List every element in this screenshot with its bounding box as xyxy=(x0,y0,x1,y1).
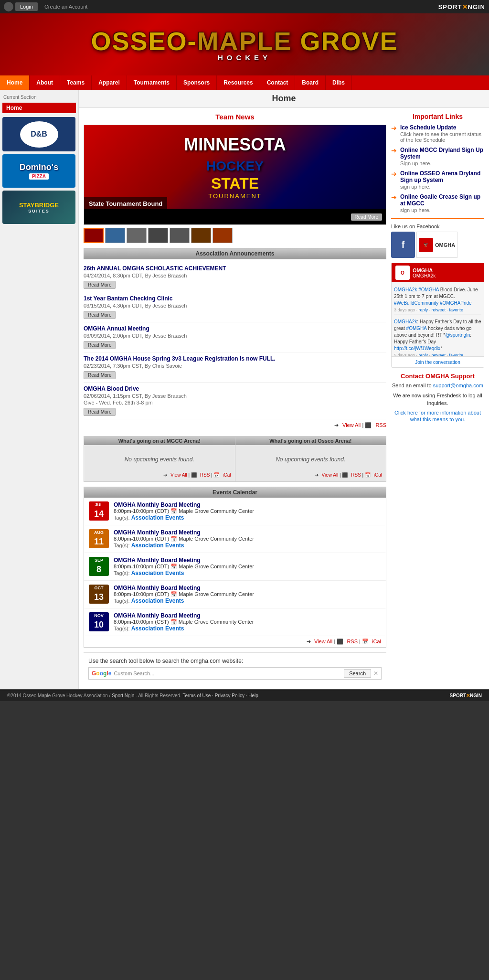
announcement-5-readmore[interactable]: Read More xyxy=(84,408,116,416)
nav-resources[interactable]: Resources xyxy=(217,75,260,90)
osseo-arena-footer: ➔ View All | ⬛ RSS | 📅 iCal xyxy=(239,472,383,478)
link-1-anchor[interactable]: Ice Schedule Update xyxy=(400,124,456,131)
event-5-link[interactable]: OMGHA Monthly Board Meeting xyxy=(114,612,201,619)
tweet-1-retweet[interactable]: retweet xyxy=(432,308,446,312)
osseo-arena-title: What's going on at Osseo Arena! xyxy=(235,437,386,445)
slideshow-readmore-button[interactable]: Read More xyxy=(351,213,382,221)
thumb-7[interactable] xyxy=(213,228,233,243)
search-button[interactable]: Search xyxy=(344,669,371,678)
announcement-5-extra: Give - Wed. Feb. 26th 3-8 pm xyxy=(84,400,386,405)
event-3-tag-link[interactable]: Association Events xyxy=(131,570,184,576)
mgcc-ical[interactable]: iCal xyxy=(223,472,231,478)
mgcc-arena-title: What's going on at MGCC Arena! xyxy=(84,437,235,445)
create-account-button[interactable]: Create an Account xyxy=(40,2,93,11)
event-5-tag-link[interactable]: Association Events xyxy=(131,625,184,632)
ad-dominos[interactable]: Domino's PIZZA xyxy=(2,154,75,188)
osseo-rss[interactable]: RSS xyxy=(351,472,361,478)
link-2-anchor[interactable]: Online MGCC Dryland Sign Up System xyxy=(400,147,483,160)
nav-apparel[interactable]: Apparel xyxy=(92,75,127,90)
tweet-2-link[interactable]: http://t.co/jWf1Weqdix xyxy=(394,346,440,351)
announcements-view-all[interactable]: View All xyxy=(342,422,361,428)
event-4-tag-link[interactable]: Association Events xyxy=(131,597,184,604)
nav-contact[interactable]: Contact xyxy=(260,75,296,90)
twitter-feed: OMGHA2k #OMGHA Blood Drive. June 25th 1 … xyxy=(392,282,484,356)
events-view-all[interactable]: View All xyxy=(314,639,332,644)
announcement-1-readmore[interactable]: Read More xyxy=(84,281,116,289)
nav-tournaments[interactable]: Tournaments xyxy=(127,75,177,90)
osseo-view-all[interactable]: View All xyxy=(321,472,338,478)
announcements-rss[interactable]: RSS xyxy=(375,422,386,428)
search-clear-icon[interactable]: ✕ xyxy=(373,670,378,677)
announcement-1-link[interactable]: 26th ANNUAL OMGHA SCHOLASTIC ACHIEVEMENT xyxy=(84,265,226,272)
nav-about[interactable]: About xyxy=(30,75,60,90)
footer-terms-link[interactable]: Terms of Use xyxy=(182,693,211,698)
event-1-link[interactable]: OMGHA Monthly Board Meeting xyxy=(114,501,201,508)
announcement-4-readmore[interactable]: Read More xyxy=(84,371,116,379)
link-4-anchor[interactable]: Online Goalie Crease Sign up at MGCC xyxy=(400,193,480,207)
nav-home[interactable]: Home xyxy=(0,75,30,90)
announcement-3-readmore[interactable]: Read More xyxy=(84,341,116,349)
event-5-calendar-icon: 📅 xyxy=(170,619,177,625)
tweet-1-hashtag2[interactable]: #WeBuildCommunity xyxy=(394,300,438,306)
slideshow-thumbnails xyxy=(84,228,386,243)
event-4-link[interactable]: OMGHA Monthly Board Meeting xyxy=(114,585,201,591)
contact-freshdesk-link[interactable]: Click here for more information about wh… xyxy=(394,410,481,422)
link-3-anchor[interactable]: Online OSSEO Arena Dryland Sign up Syste… xyxy=(400,170,480,183)
ad-dave-busters[interactable]: D&B xyxy=(2,117,75,151)
event-2-day: 11 xyxy=(89,536,109,548)
announcement-4-meta: 02/23/2014, 7:30pm CST, By Chris Savoie xyxy=(84,363,386,369)
dominos-logo: Domino's xyxy=(20,162,58,172)
slideshow-caption: State Tournament Bound xyxy=(84,197,167,210)
tweet-1-favorite[interactable]: favorite xyxy=(449,308,464,312)
event-2-tag-link[interactable]: Association Events xyxy=(131,542,184,549)
mgcc-ical-icon: 📅 xyxy=(213,472,219,478)
events-ical[interactable]: iCal xyxy=(372,639,381,644)
nav-sponsors[interactable]: Sponsors xyxy=(177,75,217,90)
event-1-tag-link[interactable]: Association Events xyxy=(131,514,184,521)
event-3-link[interactable]: OMGHA Monthly Board Meeting xyxy=(114,557,201,564)
announcement-4-link[interactable]: The 2014 OMGHA House Spring 3v3 League R… xyxy=(84,355,276,362)
mgcc-view-all[interactable]: View All xyxy=(170,472,187,478)
announcement-5-link[interactable]: OMGHA Blood Drive xyxy=(84,385,139,392)
tweet-2-reply[interactable]: reply xyxy=(419,353,428,356)
nav-board[interactable]: Board xyxy=(295,75,326,90)
facebook-icon[interactable]: f xyxy=(391,232,415,258)
mgcc-rss[interactable]: RSS xyxy=(200,472,210,478)
nav-dibs[interactable]: Dibs xyxy=(326,75,352,90)
page-title: Home xyxy=(79,90,489,108)
tweet-2-retweet[interactable]: retweet xyxy=(432,353,446,356)
thumb-4[interactable] xyxy=(148,228,168,243)
banner-title: Osseo-Maple Grove xyxy=(91,27,398,55)
thumb-3[interactable] xyxy=(127,228,147,243)
ad-staybridge[interactable]: STAYBRIDGE SUITES xyxy=(2,191,75,224)
tweet-1-handle[interactable]: OMGHA2k xyxy=(394,287,417,292)
contact-email[interactable]: support@omgha.com xyxy=(433,383,483,388)
login-button[interactable]: Login xyxy=(15,2,38,11)
search-input[interactable] xyxy=(114,671,341,676)
thumb-5[interactable] xyxy=(170,228,190,243)
footer-help-link[interactable]: Help xyxy=(248,693,258,698)
announcement-2-readmore[interactable]: Read More xyxy=(84,311,116,319)
announcement-2-link[interactable]: 1st Year Bantam Checking Clinic xyxy=(84,295,173,302)
tweet-2-mention[interactable]: @sportngIn xyxy=(446,332,470,338)
thumb-1[interactable] xyxy=(84,228,104,243)
events-rss[interactable]: RSS xyxy=(347,639,358,644)
osseo-ical[interactable]: iCal xyxy=(374,472,382,478)
tweet-1-reply[interactable]: reply xyxy=(419,308,428,312)
footer-sportngin-link[interactable]: Sport Ngin xyxy=(112,693,134,698)
main-column: Team News MINNESOTA HOCKEY STATE TOURNAM… xyxy=(84,113,386,684)
nav-teams[interactable]: Teams xyxy=(60,75,92,90)
announcement-3-link[interactable]: OMGHA Annual Meeting xyxy=(84,325,149,332)
tweet-1-hashtag1[interactable]: #OMGHA xyxy=(418,287,439,292)
tweet-2-hashtag[interactable]: #OMGHA xyxy=(406,326,427,331)
tweet-2-favorite[interactable]: favorite xyxy=(449,353,464,356)
top-bar: Login Create an Account SPORT✕NGIN xyxy=(0,0,489,13)
event-2-link[interactable]: OMGHA Monthly Board Meeting xyxy=(114,529,201,536)
tweet-1-hashtag3[interactable]: #OMGHAPride xyxy=(440,300,472,306)
thumb-2[interactable] xyxy=(105,228,125,243)
tweet-2-handle[interactable]: OMGHA2k xyxy=(394,319,417,324)
dominos-sub: PIZZA xyxy=(29,173,49,180)
footer-privacy-link[interactable]: Privacy Policy xyxy=(215,693,244,698)
thumb-6[interactable] xyxy=(191,228,211,243)
twitter-join-conversation[interactable]: Join the conversation xyxy=(415,360,460,365)
